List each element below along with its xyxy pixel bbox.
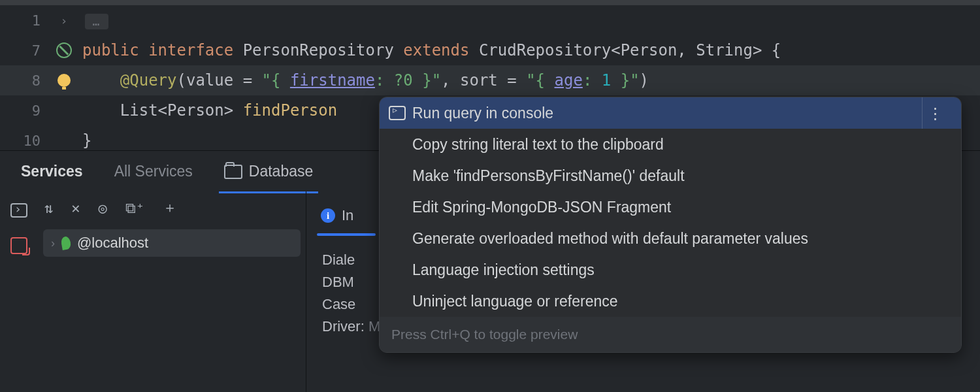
folded-code-pill[interactable]: … (85, 14, 108, 29)
services-tab-database[interactable]: Database (219, 151, 318, 193)
intention-action-label: Copy string literal text to the clipboar… (412, 136, 664, 154)
gutter-line-number: 1 (0, 12, 46, 29)
intention-action-label: Run query in console (412, 105, 553, 122)
intention-action-item[interactable]: Copy string literal text to the clipboar… (380, 129, 961, 160)
open-console-icon[interactable] (10, 203, 27, 218)
detail-key: Driver: (322, 318, 365, 335)
intention-action-label: Uninject language or reference (412, 293, 618, 310)
intention-action-label: Make 'findPersonsByFirstName()' default (412, 167, 685, 185)
services-tab-all-services[interactable]: All Services (109, 151, 198, 191)
more-actions-icon[interactable]: ⋮ (922, 97, 949, 129)
mongodb-leaf-icon (60, 236, 71, 250)
gutter-line-number: 7 (0, 42, 46, 59)
code-line-1[interactable]: 1›… (0, 5, 980, 35)
intention-action-item[interactable]: Edit Spring-MongoDB-JSON Fragment (380, 191, 961, 223)
intention-action-item[interactable]: Make 'findPersonsByFirstName()' default (380, 160, 961, 191)
code-content[interactable]: public interface PersonRepository extend… (82, 41, 781, 59)
intention-action-item[interactable]: Generate overloaded method with default … (380, 223, 961, 254)
code-line-8[interactable]: 8 @Query(value = "{ firstname: ?0 }", so… (0, 65, 980, 95)
show-hidden-icon[interactable]: ◎ (99, 200, 107, 216)
folder-icon (224, 165, 242, 179)
detail-key: DBM (322, 274, 354, 290)
intention-action-label: Generate overloaded method with default … (412, 230, 808, 248)
gutter-icon[interactable] (46, 42, 82, 58)
disconnect-icon[interactable] (10, 237, 27, 254)
gutter-line-number: 8 (0, 73, 46, 89)
info-icon: i (321, 208, 335, 223)
code-content[interactable]: @Query(value = "{ firstname: ?0 }", sort… (82, 71, 649, 90)
services-side-toolbar (0, 191, 38, 392)
close-icon[interactable]: ✕ (71, 200, 80, 216)
info-tab-label: In (342, 207, 353, 224)
run-console-icon (389, 106, 406, 120)
gutter-line-number: 10 (0, 133, 46, 149)
new-session-icon[interactable]: ⧉⁺ (125, 200, 144, 216)
gutter-icon[interactable]: › (46, 14, 82, 27)
popup-footer: Press Ctrl+Q to toggle preview (380, 317, 961, 352)
detail-key: Case (322, 296, 355, 312)
intention-action-item[interactable]: Run query in console⋮ (380, 97, 961, 129)
intention-action-item[interactable]: Uninject language or reference (380, 286, 961, 317)
chevron-right-icon[interactable]: › (51, 237, 55, 250)
services-tree-toolbar: ⇅ ✕ ◎ ⧉⁺ ＋ (38, 191, 306, 224)
code-content[interactable]: … (82, 11, 108, 29)
services-tree-panel: ⇅ ✕ ◎ ⧉⁺ ＋ ›@localhost (38, 191, 306, 392)
expand-collapse-icon[interactable]: ⇅ (44, 200, 53, 216)
lightbulb-icon[interactable] (57, 74, 71, 87)
intention-action-label: Language injection settings (412, 261, 595, 279)
code-line-7[interactable]: 7public interface PersonRepository exten… (0, 35, 980, 65)
code-content[interactable]: } (82, 131, 91, 150)
datasource-tree-item[interactable]: ›@localhost (43, 229, 301, 257)
intention-action-item[interactable]: Language injection settings (380, 254, 961, 286)
editor-tab-strip (0, 0, 980, 5)
intention-actions-popup[interactable]: Run query in console⋮Copy string literal… (379, 97, 962, 353)
tab-label: Database (249, 163, 313, 180)
chevron-right-icon[interactable]: › (61, 14, 68, 27)
gutter-line-number: 9 (0, 103, 46, 119)
detail-key: Diale (322, 252, 355, 268)
services-title: Services (16, 151, 88, 191)
add-icon[interactable]: ＋ (163, 198, 177, 218)
tab-label: All Services (114, 163, 193, 180)
intention-action-label: Edit Spring-MongoDB-JSON Fragment (412, 199, 671, 216)
no-entry-icon (56, 42, 72, 58)
gutter-icon[interactable] (46, 74, 82, 87)
code-content[interactable]: List<Person> findPerson (82, 101, 337, 120)
datasource-label: @localhost (77, 235, 148, 252)
